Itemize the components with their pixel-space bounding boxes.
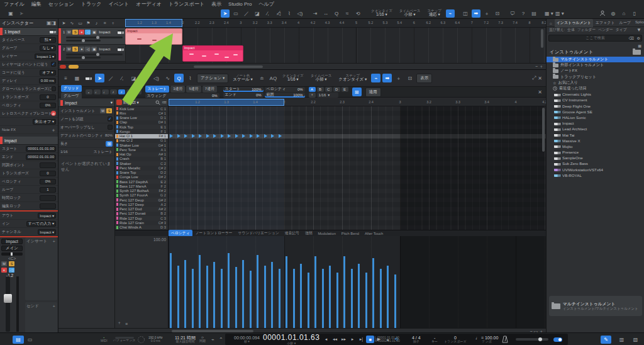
piano-view-icon[interactable]: [84, 74, 93, 82]
drum-note-event[interactable]: [264, 134, 267, 138]
editor-crosshair-icon[interactable]: ＋: [394, 74, 403, 82]
track2-solo[interactable]: S: [72, 47, 78, 52]
editor-line-tool[interactable]: ∕,: [118, 74, 127, 82]
bend-tool[interactable]: ⌇: [285, 9, 294, 18]
param-checkbox[interactable]: ✓: [51, 62, 56, 67]
preset-C[interactable]: C: [325, 87, 332, 92]
velocity-bar[interactable]: [279, 269, 280, 328]
velocity-bar[interactable]: [192, 269, 194, 328]
velocity-bar[interactable]: [394, 274, 396, 328]
menu-トランスポート[interactable]: トランスポート: [169, 1, 204, 8]
drum-note-event[interactable]: [228, 134, 231, 138]
strip-name[interactable]: Impact: [1, 239, 23, 244]
param-value[interactable]: Impact 1 ▾: [35, 54, 56, 59]
event-param-value[interactable]: [40, 162, 56, 168]
routing-value[interactable]: Impact ▾: [38, 213, 56, 218]
lane-tab-After Touch[interactable]: After Touch: [362, 231, 386, 236]
pencil-tool[interactable]: ／: [242, 9, 251, 18]
key-display[interactable]: -キー: [431, 336, 438, 344]
pan-slider[interactable]: [1, 252, 23, 256]
secondary-time-display[interactable]: 00:00:00.094秒 ▾: [234, 336, 260, 344]
inspector-track-row[interactable]: 1 Impact: [0, 28, 58, 36]
note-search-icon[interactable]: [155, 100, 160, 105]
editor-quantize-select[interactable]: クオンタイズ 1/16 ▾: [282, 74, 304, 82]
notefx-row[interactable]: Note FX ＋: [0, 126, 58, 134]
velocity-bar[interactable]: [199, 255, 201, 328]
velocity-bar[interactable]: [213, 262, 215, 328]
timebase-select[interactable]: タイムベース 小節 ▾: [399, 9, 421, 18]
editor-arrow-tool[interactable]: ➤: [95, 74, 104, 82]
drum-row-perc-127-donati[interactable]: Perc 127 DonatiB 2: [115, 212, 168, 216]
track-header-2[interactable]: 2 M S ● ◁ ▣ Impact: [58, 45, 125, 62]
editor-listen-tool[interactable]: ◁): [152, 74, 161, 82]
search-settings-icon[interactable]: ⚙: [637, 36, 640, 40]
metronome-icon[interactable]: [502, 336, 508, 343]
routing-row[interactable]: インすべての入力 ▾: [0, 220, 58, 228]
velocity-bar[interactable]: [336, 273, 338, 328]
drum-row-ride-127-grain[interactable]: Ride 127 GrainC# 3: [115, 220, 168, 225]
editor-option-row[interactable]: 長さ⊞: [58, 140, 114, 148]
inspector-param-row[interactable]: グループなし ▾: [0, 44, 58, 52]
strip-output[interactable]: メイン: [1, 246, 23, 251]
mute-tool[interactable]: ◁̸: [274, 9, 283, 18]
param-value[interactable]: 奏法:オフ ▾: [33, 119, 56, 125]
velocity-bar[interactable]: [372, 258, 374, 328]
drum-row-perc-127-deup[interactable]: Perc 127 DeupG# 2: [115, 198, 168, 202]
master-mute-chip[interactable]: [60, 65, 66, 69]
lane-tab-Modulation[interactable]: Modulation: [316, 231, 338, 236]
automation-icon[interactable]: ∿: [69, 20, 75, 26]
cursor-follow-icon[interactable]: ➡: [472, 9, 480, 18]
routing-value[interactable]: Impact ▾: [38, 229, 56, 235]
return-to-zero-button[interactable]: ▸|: [357, 336, 365, 343]
editor-mute-tool[interactable]: ◁̸: [140, 74, 150, 82]
editor-option-row[interactable]: デフォルトのベロシティ80%: [58, 132, 114, 140]
q-amount-select[interactable]: 1/16 ▾: [317, 93, 338, 98]
track1-instrument-icon[interactable]: ▣: [91, 30, 97, 35]
track1-monitor[interactable]: ◁: [85, 30, 91, 35]
drum-note-event[interactable]: [235, 134, 238, 138]
tree-item-外部インストゥルメント[interactable]: 外部インストゥルメント: [547, 62, 644, 68]
instrument-item-uviworkstationvstx64[interactable]: UVIWorkstationVSTx64: [547, 167, 644, 172]
param-value[interactable]: なし ▾: [40, 45, 56, 51]
drum-note-event[interactable]: [257, 134, 260, 138]
note-color-select[interactable]: ノート色 スケール ▾: [233, 74, 253, 82]
drum-note-event[interactable]: [177, 134, 180, 138]
track1-record[interactable]: ●: [79, 30, 84, 35]
track2-instrument-icon[interactable]: ▣: [91, 47, 97, 52]
browser-tab-インストゥルメント[interactable]: インストゥルメント: [555, 19, 593, 27]
event-param-row[interactable]: 同調ポイント: [0, 161, 58, 169]
record-arm-button[interactable]: ●: [1, 268, 7, 273]
drum-row-ride-127-dop[interactable]: Ride 127 DopC 3: [115, 216, 168, 220]
editor-mute-button[interactable]: M: [100, 108, 106, 113]
help-icon[interactable]: ?: [519, 9, 528, 18]
drum-row-hat-cl-1[interactable]: Hat Cl 1F# 1: [115, 134, 168, 139]
event-param-row[interactable]: 編集ロック: [0, 202, 58, 210]
drum-row-snare-top[interactable]: Snare TopD 2: [115, 171, 168, 175]
event-param-value[interactable]: [40, 203, 56, 209]
routing-value[interactable]: すべての入力 ▾: [26, 221, 56, 227]
editor-detach-icon[interactable]: ⤢: [532, 75, 536, 81]
velocity-bar[interactable]: [358, 264, 360, 328]
prev-marker-button[interactable]: ◂: [322, 336, 330, 343]
event-param-row[interactable]: トランスポーズ0: [0, 169, 58, 178]
pin-icon[interactable]: ▣: [47, 20, 52, 26]
editor-snap-toggle-icon[interactable]: ⌁: [371, 74, 380, 82]
track2-keyboard-icon[interactable]: [118, 47, 124, 51]
chat-icon[interactable]: 🗩: [508, 9, 517, 18]
groove-mode-button[interactable]: グルーヴ: [61, 93, 82, 99]
tree-item-ノートFX[interactable]: ノートFX: [547, 68, 644, 74]
instrument-item-groove-agent-se[interactable]: Groove Agent SE: [547, 109, 644, 115]
velocity-bar[interactable]: [329, 266, 331, 328]
inspector-param-row[interactable]: トランスポーズ0: [0, 93, 58, 101]
drum-row-synth-127-founa[interactable]: Synth 127 FounAG 2: [115, 193, 168, 198]
monitor-button[interactable]: ◁): [9, 268, 14, 273]
instrument-item-massive-x[interactable]: Massive X: [547, 138, 644, 144]
drum-row-hat-op[interactable]: Hat OpA# 1: [115, 152, 168, 157]
apply-quantize-button[interactable]: 適用: [365, 88, 381, 97]
drum-row-perc-127-deep[interactable]: Perc 127 DeepA 2: [115, 202, 168, 206]
video-icon[interactable]: ▤: [530, 9, 538, 18]
event-param-value[interactable]: 00001.01.01.00: [26, 146, 56, 152]
track1-volume-slider[interactable]: [66, 37, 123, 38]
q-add-button[interactable]: ＋: [309, 93, 316, 98]
param-checkbox[interactable]: [52, 86, 56, 91]
